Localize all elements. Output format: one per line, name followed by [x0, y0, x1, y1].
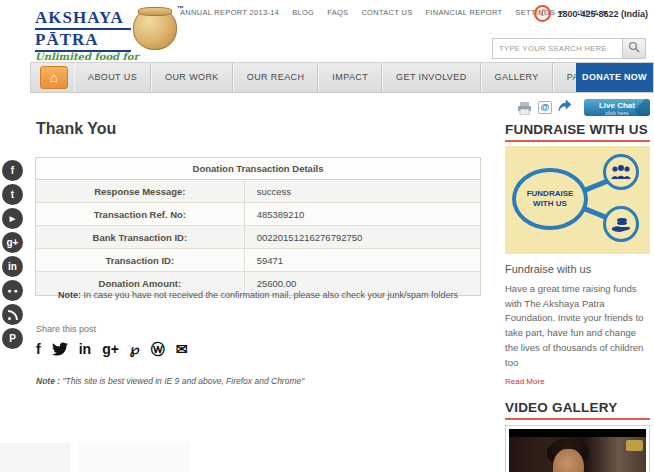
row-label: Bank Transaction ID: — [36, 226, 245, 248]
nav-our-work[interactable]: OUR WORK — [151, 63, 233, 92]
table-row: Transaction ID: 59471 — [36, 249, 480, 272]
video-figure — [553, 449, 584, 472]
link-financial-report[interactable]: FINANCIAL REPORT — [425, 8, 502, 17]
helpline-number: 1800-425-8622 (India) — [557, 9, 648, 19]
logo-line1: AKSHAYA — [35, 8, 131, 30]
print-icon[interactable] — [517, 101, 532, 114]
live-chat-button[interactable]: Live Chat click here — [584, 99, 650, 116]
row-value: 485389210 — [245, 203, 480, 225]
share-icon[interactable] — [558, 98, 572, 116]
flickr-icon[interactable]: ● ● — [2, 280, 23, 301]
logo-line2: PĀTRA — [35, 30, 131, 52]
google-plus-icon[interactable]: g+ — [2, 232, 23, 253]
site-logo[interactable]: AKSHAYA PĀTRA ™ Unlimited food for educa… — [35, 5, 185, 61]
heading-underline — [505, 140, 650, 142]
row-value: 59471 — [245, 249, 480, 271]
search-bar — [492, 38, 646, 59]
video-frame — [509, 429, 646, 472]
search-button[interactable] — [622, 38, 646, 59]
row-value: success — [245, 180, 480, 202]
nav-gallery[interactable]: GALLERY — [481, 63, 553, 92]
table-row: Transaction Ref. No: 485389210 — [36, 203, 480, 226]
sidebar: @ Live Chat click here FUNDRAISE WITH US… — [505, 98, 650, 472]
email-icon[interactable]: ✉ — [176, 340, 188, 358]
share-this-post-label: Share this post — [36, 324, 96, 334]
live-chat-label: Live Chat — [584, 101, 650, 110]
main-nav: ⌂ ABOUT US OUR WORK OUR REACH IMPACT GET… — [30, 62, 654, 93]
search-input[interactable] — [492, 38, 622, 59]
fundraise-heading: FUNDRAISE WITH US — [505, 122, 650, 137]
logo-wordmark: AKSHAYA PĀTRA — [35, 8, 131, 52]
video-still — [509, 437, 646, 472]
row-label: Response Message: — [36, 180, 245, 202]
home-button[interactable]: ⌂ — [40, 66, 68, 89]
social-share-bar: f t ▶ g+ in ● ● P — [2, 160, 26, 352]
confirmation-note: Note: In case you have not received the … — [35, 290, 481, 300]
youtube-icon[interactable]: ▶ — [2, 208, 23, 229]
fundraise-banner[interactable]: FUNDRAISEWITH US — [505, 146, 650, 254]
phone-icon: ✆ — [534, 5, 551, 22]
row-label: Transaction ID: — [36, 249, 245, 271]
page-title: Thank You — [36, 120, 116, 138]
facebook-icon[interactable]: f — [2, 160, 23, 181]
footer-block — [0, 443, 70, 472]
share-icons-row: f in g+ ℘ Ⓦ ✉ — [36, 340, 187, 358]
live-chat-subtext: click here — [584, 110, 650, 116]
link-blog[interactable]: BLOG — [292, 8, 314, 17]
link-annual-report[interactable]: ANNUAL REPORT 2013-14 — [180, 8, 279, 17]
row-value: 00220151216276792750 — [245, 226, 480, 248]
table-row: Bank Transaction ID: 0022015121627679275… — [36, 226, 480, 249]
note-label: Note : — [36, 376, 60, 386]
hand-donation-icon — [603, 206, 639, 242]
linkedin-icon[interactable]: in — [79, 340, 91, 358]
page-tools: @ Live Chat click here — [505, 98, 650, 116]
rss-icon[interactable] — [2, 304, 23, 325]
browser-compat-note: Note : "This site is best viewed in IE 9… — [36, 376, 304, 386]
page: AKSHAYA PĀTRA ™ Unlimited food for educa… — [0, 0, 654, 472]
pot-icon — [133, 8, 177, 50]
table-row: Response Message: success — [36, 180, 480, 203]
email-icon[interactable]: @ — [538, 101, 552, 114]
note-text: "This site is best viewed in IE 9 and ab… — [60, 376, 304, 386]
footer-block — [78, 443, 190, 472]
row-label: Transaction Ref. No: — [36, 203, 245, 225]
twitter-icon[interactable] — [52, 342, 68, 356]
note-text: In case you have not received the confir… — [81, 290, 458, 300]
channel-logo — [626, 440, 643, 451]
pinterest-icon[interactable]: ℘ — [130, 340, 140, 358]
people-group-icon — [603, 154, 639, 190]
bubble-text-line2: WITH US — [533, 199, 567, 208]
link-faqs[interactable]: FAQS — [327, 8, 348, 17]
fundraise-bubble: FUNDRAISEWITH US — [512, 168, 588, 230]
heading-underline — [505, 418, 650, 420]
donation-details-table: Donation Transaction Details Response Me… — [35, 157, 481, 296]
nav-get-involved[interactable]: GET INVOLVED — [382, 63, 481, 92]
donate-now-button[interactable]: DONATE NOW — [576, 63, 653, 92]
google-plus-icon[interactable]: g+ — [102, 340, 119, 358]
pinterest-icon[interactable]: P — [2, 328, 23, 349]
fundraise-description: Have a great time raising funds with The… — [505, 282, 650, 370]
video-gallery-heading: VIDEO GALLERY — [505, 400, 650, 415]
link-contact-us[interactable]: CONTACT US — [361, 8, 412, 17]
nav-about-us[interactable]: ABOUT US — [74, 63, 151, 92]
nav-impact[interactable]: IMPACT — [318, 63, 382, 92]
tumblr-icon[interactable]: t — [2, 184, 23, 205]
note-label: Note: — [58, 290, 81, 300]
home-icon: ⌂ — [50, 70, 58, 85]
linkedin-icon[interactable]: in — [2, 256, 23, 277]
bubble-text-line1: FUNDRAISE — [527, 189, 574, 198]
fundraise-caption: Fundraise with us — [505, 263, 650, 275]
nav-our-reach[interactable]: OUR REACH — [233, 63, 319, 92]
facebook-icon[interactable]: f — [36, 340, 41, 358]
search-icon — [628, 41, 640, 53]
wordpress-icon[interactable]: Ⓦ — [151, 340, 165, 358]
read-more-link[interactable]: Read More — [505, 377, 545, 386]
helpline: ✆ 1800-425-8622 (India) — [534, 5, 648, 22]
table-header: Donation Transaction Details — [36, 158, 480, 180]
video-thumbnail[interactable] — [505, 425, 650, 472]
